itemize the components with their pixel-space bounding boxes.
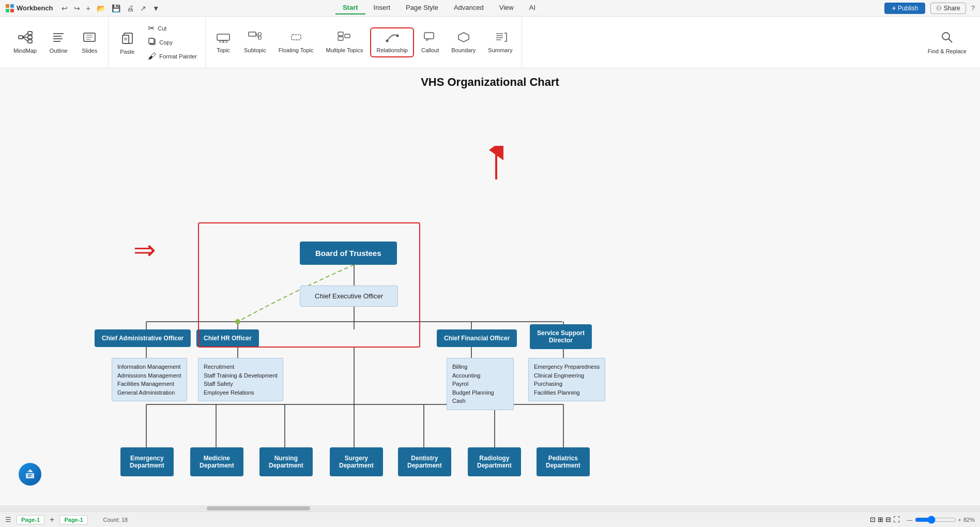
- cao-sub-line3: Facilities Management: [117, 380, 181, 388]
- ssd-sub-line3: Purchasing: [534, 380, 600, 388]
- add-page-button[interactable]: +: [50, 515, 54, 524]
- count-info: Count: 18: [103, 517, 128, 523]
- actual-size-button[interactable]: ⊟: [885, 516, 891, 523]
- zoom-control: ⊡ ⊞ ⊟ ⛶ — + 82%: [870, 516, 975, 524]
- boundary-label: Boundary: [451, 47, 476, 53]
- cfo-sub-line4: Budget Planning: [452, 388, 508, 397]
- copy-button[interactable]: Copy: [144, 36, 201, 49]
- undo-button[interactable]: ↩: [59, 3, 70, 13]
- paste-label: Paste: [120, 49, 134, 55]
- tab-insert[interactable]: Insert: [366, 2, 398, 14]
- share-button[interactable]: ⚇ Share: [930, 3, 966, 14]
- emergency-dept-node[interactable]: Emergency Department: [120, 447, 174, 476]
- relationship-label: Relationship: [376, 47, 408, 53]
- cao-sub-line2: Admissions Management: [117, 371, 181, 380]
- slides-button[interactable]: Slides: [75, 28, 104, 57]
- tab-ai[interactable]: AI: [522, 2, 543, 14]
- svg-rect-36: [345, 34, 350, 38]
- relationship-button[interactable]: Relationship: [370, 27, 414, 57]
- menu-tabs: Start Insert Page Style Advanced View AI: [335, 2, 543, 14]
- outline-icon: [51, 31, 66, 46]
- outline-button[interactable]: Outline: [44, 28, 73, 57]
- floating-topic-button[interactable]: Floating Topic: [273, 28, 319, 56]
- svg-line-8: [23, 33, 28, 37]
- horizontal-scrollbar[interactable]: [0, 505, 980, 511]
- svg-line-10: [23, 37, 28, 41]
- board-trustees-node[interactable]: Board of Trustees: [300, 242, 397, 265]
- subtopic-button[interactable]: Subtopic: [239, 28, 271, 56]
- nursing-dept-node[interactable]: Nursing Department: [259, 447, 313, 476]
- svg-rect-34: [338, 32, 343, 36]
- cut-button[interactable]: ✂ Cut: [144, 22, 201, 35]
- fit-page-button[interactable]: ⊡: [870, 516, 876, 523]
- redo-button[interactable]: ↪: [72, 3, 82, 13]
- export-button[interactable]: ↗: [138, 3, 148, 13]
- svg-rect-1: [10, 4, 14, 8]
- dentistry-dept-node[interactable]: Dentistry Department: [398, 447, 451, 476]
- relationship-icon: [386, 32, 399, 45]
- page-tab[interactable]: Page-1: [17, 515, 44, 524]
- chart-title: VHS Organizational Chart: [421, 76, 559, 88]
- new-button[interactable]: +: [84, 3, 93, 13]
- help-button[interactable]: ?: [971, 4, 975, 12]
- ceo-node[interactable]: Chief Executive Officer: [300, 285, 398, 307]
- cfo-label: Chief Financial Officer: [437, 329, 517, 347]
- active-page-tab[interactable]: Page-1: [59, 515, 87, 524]
- tab-advanced[interactable]: Advanced: [447, 2, 491, 14]
- publish-button[interactable]: ✈ Publish: [884, 3, 926, 14]
- summary-icon: [494, 32, 507, 45]
- bottom-bar: ☰ Page-1 + Page-1 Count: 18 ⊡ ⊞ ⊟ ⛶ — + …: [0, 511, 980, 527]
- topic-button[interactable]: Topic: [210, 28, 237, 56]
- paste-button[interactable]: Paste: [113, 27, 142, 58]
- mindmap-button[interactable]: MindMap: [8, 28, 42, 57]
- radiology-dept-node[interactable]: Radiology Department: [468, 447, 521, 476]
- medicine-dept-node[interactable]: Medicine Department: [190, 447, 243, 476]
- scroll-thumb[interactable]: [207, 506, 310, 510]
- svg-rect-7: [28, 40, 32, 43]
- chro-node[interactable]: Chief HR Officer: [196, 329, 259, 347]
- format-painter-button[interactable]: 🖌 Format Painter: [144, 50, 201, 63]
- tab-start[interactable]: Start: [335, 2, 365, 14]
- share-label: Share: [944, 5, 960, 12]
- multiple-topics-button[interactable]: Multiple Topics: [320, 28, 368, 56]
- print-button[interactable]: 🖨: [125, 3, 136, 13]
- more-button[interactable]: ▼: [150, 3, 162, 13]
- callout-label: Callout: [421, 47, 439, 53]
- ssd-label: Service Support Director: [530, 324, 592, 349]
- fit-width-button[interactable]: ⊞: [878, 516, 883, 523]
- fullscreen-button[interactable]: ⛶: [893, 516, 900, 523]
- cao-sub-line4: General Administration: [117, 388, 181, 397]
- summary-button[interactable]: Summary: [483, 28, 517, 56]
- tab-page-style[interactable]: Page Style: [399, 2, 446, 14]
- cut-label: Cut: [158, 25, 166, 32]
- cfo-sub-line3: Payrol: [452, 380, 508, 388]
- workbench-icon: [5, 4, 14, 13]
- svg-point-38: [396, 34, 399, 37]
- svg-rect-39: [424, 33, 434, 39]
- right-arrow: ⇒: [133, 236, 156, 263]
- ssd-node[interactable]: Service Support Director: [530, 324, 592, 349]
- app-logo-circle[interactable]: [19, 463, 41, 486]
- boundary-button[interactable]: Boundary: [446, 28, 481, 56]
- svg-rect-25: [217, 34, 229, 40]
- callout-icon: [423, 32, 437, 45]
- find-replace-button[interactable]: Find & Replace: [923, 27, 972, 57]
- save-button[interactable]: 💾: [110, 3, 122, 13]
- floating-topic-label: Floating Topic: [279, 47, 314, 53]
- svg-line-31: [256, 34, 258, 38]
- cfo-node[interactable]: Chief Financial Officer: [437, 329, 517, 347]
- callout-button[interactable]: Callout: [416, 28, 444, 56]
- surgery-dept-node[interactable]: Surgery Department: [330, 447, 383, 476]
- tab-view[interactable]: View: [492, 2, 521, 14]
- chart-title-container: VHS Organizational Chart: [0, 76, 980, 89]
- pages-toggle[interactable]: ☰: [5, 516, 11, 523]
- pediatrics-dept-node[interactable]: Pediatrics Department: [537, 447, 590, 476]
- cao-sub-node: Information Management Admissions Manage…: [112, 358, 187, 401]
- copy-label: Copy: [159, 39, 173, 46]
- svg-rect-3: [10, 9, 14, 12]
- subtopic-label: Subtopic: [244, 47, 266, 53]
- open-button[interactable]: 📂: [95, 3, 108, 13]
- cao-node[interactable]: Chief Administrative Officer: [95, 329, 191, 347]
- zoom-slider[interactable]: [915, 516, 956, 524]
- title-actions: ✈ Publish ⚇ Share ?: [884, 3, 975, 14]
